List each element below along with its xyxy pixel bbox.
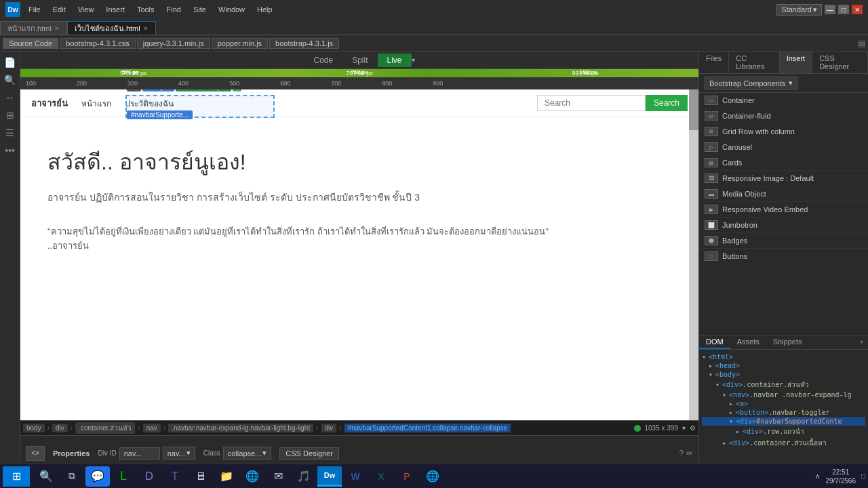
dom-row-body[interactable]: ▾ <body> <box>702 370 865 379</box>
jquery-btn[interactable]: jquery-3.3.1.min.js <box>137 38 210 49</box>
tab-css-designer[interactable]: CSS Designer <box>812 52 868 73</box>
tab-website[interactable]: เว็บไซต์ของฉัน.html ✕ <box>67 21 156 35</box>
dom-row-html[interactable]: ▾ <html> <box>702 352 865 361</box>
code-icon-btn[interactable]: <> <box>26 446 45 461</box>
preview-scrollbar[interactable] <box>689 89 698 420</box>
menu-edit[interactable]: Edit <box>47 4 71 15</box>
component-carousel[interactable]: ▷ Carousel <box>699 140 868 155</box>
sidebar-dots-icon[interactable]: ••• <box>2 142 18 159</box>
crumb-navbar[interactable]: .navbar.navbar-expand-lg.navbar-light.bg… <box>168 424 313 432</box>
taskbar-notification[interactable]: □ <box>861 472 865 480</box>
component-grid-row[interactable]: ⊞ Grid Row with column <box>699 124 868 140</box>
code-view-btn[interactable]: Code <box>304 54 342 67</box>
sidebar-expand-icon[interactable]: ↔ <box>2 89 18 106</box>
dom-row-container-content[interactable]: ▸ <div> .container.ส่วนเนื้อหา <box>702 437 865 449</box>
scrollbar-thumb[interactable] <box>689 89 698 130</box>
nav-link-home[interactable]: หน้าแรก <box>81 97 111 110</box>
menu-find[interactable]: Find <box>161 4 186 15</box>
crumb-container[interactable]: .container.ส่วนหัว <box>75 422 135 434</box>
component-buttons[interactable]: □ Buttons <box>699 249 868 264</box>
component-container-fluid[interactable]: ▭ Container-fluid <box>699 108 868 124</box>
nav-dropdown[interactable]: nav... ▾ <box>163 447 195 460</box>
source-code-btn[interactable]: Source Code <box>3 38 58 49</box>
status-dropdown[interactable]: ▾ <box>682 424 686 432</box>
tab-insert[interactable]: Insert <box>780 52 813 73</box>
taskbar-browser[interactable]: 🌐 <box>240 466 264 487</box>
menu-window[interactable]: Window <box>213 4 250 15</box>
taskbar-search[interactable]: 🔍 <box>34 466 58 487</box>
taskbar-teams[interactable]: T <box>163 466 187 487</box>
minimize-button[interactable]: — <box>825 5 835 14</box>
component-media-object[interactable]: ▬ Media Object <box>699 186 868 202</box>
menu-help[interactable]: Help <box>252 4 278 15</box>
dom-row-div-navbar[interactable]: ▾ <div> #navbarSupportedConte <box>702 417 865 426</box>
div-plus-button[interactable]: + <box>233 89 242 92</box>
dom-row-container-head[interactable]: ▾ <div> .container.ส่วนหัว <box>702 379 865 390</box>
taskbar-dw-active[interactable]: Dw <box>317 466 342 487</box>
menu-view[interactable]: View <box>73 4 100 15</box>
bootstrap-js-btn[interactable]: bootstrap-4.3.1.js <box>269 38 339 49</box>
menu-insert[interactable]: Insert <box>100 4 130 15</box>
dom-tab-dom[interactable]: DOM <box>699 336 730 349</box>
crumb-nav[interactable]: nav <box>143 424 161 432</box>
crumb-div2[interactable]: div <box>321 424 337 432</box>
sidebar-menu-icon[interactable]: ☰ <box>2 125 18 141</box>
sidebar-files-icon[interactable]: 📄 <box>2 54 18 70</box>
selected-div-overlay[interactable]: div .collapse .navbar-collapse + #navbar… <box>125 95 275 118</box>
taskbar-monitor[interactable]: 🖥 <box>189 466 213 487</box>
dom-row-button[interactable]: ▸ <button> .navbar-toggler <box>702 408 865 417</box>
div-class-collapse[interactable]: .collapse <box>142 89 174 92</box>
taskbar-powerpoint[interactable]: P <box>395 466 419 487</box>
menu-tools[interactable]: Tools <box>132 4 160 15</box>
dom-row-head[interactable]: ▸ <head> <box>702 361 865 370</box>
sidebar-search-icon[interactable]: 🔍 <box>2 72 18 88</box>
taskbar-word[interactable]: W <box>343 466 368 487</box>
dom-row-a[interactable]: ▸ <a> <box>702 399 865 408</box>
taskbar-chat[interactable]: 💬 <box>85 466 110 487</box>
start-button[interactable]: ⊞ <box>3 466 30 487</box>
prop-pencil-icon[interactable]: ✏ <box>686 449 693 458</box>
crumb-body[interactable]: body <box>23 424 45 432</box>
popper-btn[interactable]: popper.min.js <box>212 38 268 49</box>
component-badges[interactable]: ⬤ Badges <box>699 233 868 249</box>
live-view-btn[interactable]: Live <box>378 54 412 67</box>
standard-dropdown[interactable]: Standard ▾ <box>776 4 822 16</box>
split-view-btn[interactable]: Split <box>342 54 377 67</box>
taskbar-music[interactable]: 🎵 <box>292 466 316 487</box>
component-jumbotron[interactable]: ⬜ Jumbotron <box>699 218 868 233</box>
filter-icon[interactable]: ▤ <box>858 39 865 48</box>
taskbar-line[interactable]: L <box>111 466 136 487</box>
taskbar-mail[interactable]: ✉ <box>266 466 290 487</box>
crumb-div[interactable]: div <box>52 424 68 432</box>
live-dropdown-arrow[interactable]: ▾ <box>412 56 415 64</box>
prop-help-icon[interactable]: ? <box>679 449 684 458</box>
taskbar-chrome[interactable]: 🌐 <box>420 466 445 487</box>
menu-file[interactable]: File <box>23 4 46 15</box>
tab-files[interactable]: Files <box>699 52 729 73</box>
close-button[interactable]: ✕ <box>852 5 863 14</box>
taskbar-taskview[interactable]: ⧉ <box>60 466 84 487</box>
component-responsive-image[interactable]: 🖼 Responsive Image : Default <box>699 171 868 186</box>
dom-tab-snippets[interactable]: Snippets <box>766 336 809 349</box>
search-button[interactable]: Search <box>646 95 688 111</box>
div-class-navbar-collapse[interactable]: .navbar-collapse <box>176 89 231 92</box>
dom-add-icon[interactable]: + <box>856 336 868 349</box>
taskbar-files[interactable]: 📁 <box>214 466 239 487</box>
tab-cc-libraries[interactable]: CC Libraries <box>729 52 779 73</box>
css-designer-btn[interactable]: CSS Designer <box>279 447 339 460</box>
bootstrap-css-btn[interactable]: bootstrap-4.3.1.css <box>60 38 136 49</box>
bootstrap-components-dropdown[interactable]: Bootstrap Components ▾ <box>705 77 797 89</box>
tab-close-home[interactable]: ✕ <box>54 25 60 32</box>
class-dropdown[interactable]: collapse... ▾ <box>223 447 272 460</box>
sidebar-dom-icon[interactable]: ⊞ <box>2 107 18 123</box>
status-settings[interactable]: ⚙ <box>690 424 696 432</box>
taskbar-discord[interactable]: D <box>137 466 161 487</box>
component-cards[interactable]: ▤ Cards <box>699 155 868 171</box>
menu-site[interactable]: Site <box>188 4 212 15</box>
component-container[interactable]: ▭ Container <box>699 93 868 108</box>
taskbar-icons-tray[interactable]: ∧ <box>815 472 820 480</box>
div-id-input[interactable] <box>119 447 160 460</box>
taskbar-excel[interactable]: X <box>369 466 393 487</box>
dom-row-row[interactable]: ▸ <div> .row.แถวนำ <box>702 426 865 437</box>
component-responsive-video[interactable]: ▶ Responsive Video Embed <box>699 202 868 218</box>
